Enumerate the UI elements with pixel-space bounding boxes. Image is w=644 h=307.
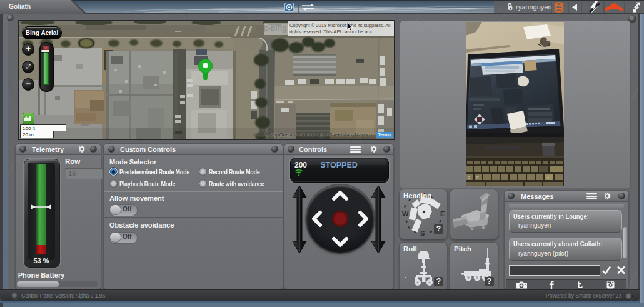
svg-text:Goliath: Goliath bbox=[9, 3, 31, 10]
svg-text:ryannguyen: ryannguyen bbox=[516, 3, 552, 11]
svg-text:P: P bbox=[476, 176, 479, 179]
svg-text:7: 7 bbox=[547, 176, 549, 180]
svg-text:E: E bbox=[440, 210, 445, 218]
svg-text:O: O bbox=[468, 176, 471, 179]
svg-text:S: S bbox=[420, 229, 425, 237]
svg-text:W: W bbox=[402, 210, 409, 218]
